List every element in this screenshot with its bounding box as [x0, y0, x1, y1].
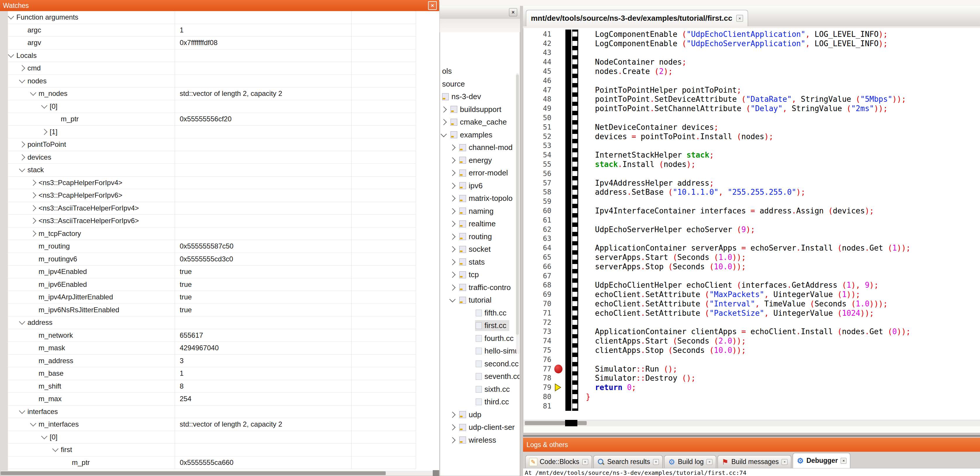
- watch-row[interactable]: m_address3: [8, 355, 416, 367]
- marker-margin[interactable]: [553, 355, 565, 364]
- marker-margin[interactable]: [553, 299, 565, 308]
- tree-item-ns-3-dev[interactable]: ns-3-dev: [440, 90, 520, 103]
- chevron-right-icon[interactable]: [30, 230, 36, 236]
- line-number[interactable]: 63: [523, 235, 553, 243]
- watch-row[interactable]: m_ptr0x55555556cf20: [8, 113, 416, 126]
- marker-margin[interactable]: [553, 48, 565, 58]
- tree-item-fourth-cc[interactable]: fourth.cc: [440, 332, 520, 345]
- editor-tab-first-cc[interactable]: mnt/dev/tools/source/ns-3-dev/examples/t…: [526, 10, 748, 26]
- marker-margin[interactable]: [553, 123, 565, 132]
- tree-item-ipv6[interactable]: ipv6: [440, 179, 520, 192]
- line-number[interactable]: 77: [523, 365, 553, 373]
- close-icon[interactable]: ×: [736, 15, 743, 22]
- tree-item-third-cc[interactable]: third.cc: [440, 396, 520, 409]
- marker-margin[interactable]: [553, 373, 565, 383]
- chevron-right-icon[interactable]: [449, 208, 455, 214]
- chevron-right-icon[interactable]: [449, 259, 455, 265]
- marker-margin[interactable]: [553, 252, 565, 262]
- tree-item-channel-mod[interactable]: channel-mod: [440, 141, 520, 154]
- line-number[interactable]: 53: [523, 142, 553, 150]
- line-number[interactable]: 51: [523, 123, 553, 131]
- chevron-down-icon[interactable]: [19, 166, 25, 172]
- chevron-down-icon[interactable]: [19, 77, 25, 83]
- chevron-down-icon[interactable]: [19, 319, 25, 325]
- chevron-right-icon[interactable]: [30, 205, 36, 211]
- tree-item-traffic-contro[interactable]: traffic-contro: [440, 281, 520, 294]
- chevron-right-icon[interactable]: [449, 183, 455, 189]
- tree-item-energy[interactable]: energy: [440, 154, 520, 167]
- line-number[interactable]: 54: [523, 151, 553, 159]
- chevron-down-icon[interactable]: [449, 296, 455, 302]
- project-tree[interactable]: olssourcens-3-devbuildsupportcmake_cache…: [440, 32, 520, 476]
- projects-panel-header[interactable]: ×: [440, 6, 520, 19]
- code-editor[interactable]: 41 LogComponentEnable ("UdpEchoClientApp…: [523, 28, 980, 420]
- watch-row[interactable]: <ns3::AsciiTraceHelperForIpv4>: [8, 202, 416, 215]
- line-number[interactable]: 79: [523, 383, 553, 391]
- tree-item-source[interactable]: source: [440, 78, 520, 91]
- close-icon[interactable]: ×: [509, 8, 517, 16]
- line-number[interactable]: 45: [523, 67, 553, 75]
- tree-item-naming[interactable]: naming: [440, 205, 520, 218]
- watch-row[interactable]: argc1: [8, 24, 416, 37]
- chevron-down-icon[interactable]: [19, 407, 25, 414]
- line-number[interactable]: 43: [523, 48, 553, 57]
- marker-margin[interactable]: [553, 160, 565, 169]
- marker-margin[interactable]: [553, 290, 565, 299]
- line-number[interactable]: 71: [523, 309, 553, 317]
- chevron-down-icon[interactable]: [441, 131, 447, 137]
- line-number[interactable]: 50: [523, 114, 553, 122]
- line-number[interactable]: 52: [523, 133, 553, 141]
- close-icon[interactable]: ×: [582, 459, 588, 465]
- line-number[interactable]: 69: [523, 290, 553, 299]
- chevron-right-icon[interactable]: [449, 246, 455, 252]
- marker-margin[interactable]: [553, 95, 565, 104]
- tree-item-first-cc[interactable]: first.cc: [440, 319, 520, 332]
- watch-row[interactable]: interfaces: [8, 406, 416, 418]
- marker-margin[interactable]: [553, 141, 565, 150]
- close-icon[interactable]: ×: [653, 459, 659, 465]
- close-icon[interactable]: ×: [706, 459, 712, 465]
- editor-scrollbar-thumb[interactable]: [525, 421, 587, 425]
- line-number[interactable]: 65: [523, 253, 553, 261]
- marker-margin[interactable]: [553, 281, 565, 290]
- line-number[interactable]: 60: [523, 207, 553, 215]
- marker-margin[interactable]: [553, 206, 565, 216]
- marker-margin[interactable]: [553, 318, 565, 327]
- tree-item-buildsupport[interactable]: buildsupport: [440, 103, 520, 116]
- line-number[interactable]: 58: [523, 188, 553, 196]
- tree-item-sixth-cc[interactable]: sixth.cc: [440, 383, 520, 396]
- marker-margin[interactable]: [553, 327, 565, 337]
- chevron-right-icon[interactable]: [449, 272, 455, 278]
- chevron-right-icon[interactable]: [30, 218, 36, 224]
- marker-margin[interactable]: [553, 272, 565, 281]
- tree-item-stats[interactable]: stats: [440, 256, 520, 269]
- marker-margin[interactable]: [553, 30, 565, 39]
- watch-row[interactable]: <ns3::PcapHelperForIpv4>: [8, 177, 416, 190]
- line-number[interactable]: 47: [523, 86, 553, 94]
- line-number[interactable]: 73: [523, 327, 553, 335]
- watch-row[interactable]: m_tcpFactory: [8, 227, 416, 240]
- line-number[interactable]: 49: [523, 104, 553, 113]
- watch-row[interactable]: address: [8, 316, 416, 329]
- tree-item-second-cc[interactable]: second.cc: [440, 358, 520, 371]
- chevron-down-icon[interactable]: [41, 433, 47, 439]
- close-icon[interactable]: ×: [428, 1, 437, 10]
- tree-item-tutorial[interactable]: tutorial: [440, 294, 520, 307]
- marker-margin[interactable]: [553, 216, 565, 225]
- line-number[interactable]: 44: [523, 58, 553, 66]
- marker-margin[interactable]: [553, 336, 565, 346]
- tree-item-wireless[interactable]: wireless: [440, 434, 520, 447]
- logs-tab-debugger[interactable]: ⚙Debugger×: [793, 453, 850, 468]
- chevron-right-icon[interactable]: [449, 170, 455, 176]
- line-number[interactable]: 72: [523, 318, 553, 327]
- watch-row[interactable]: [0]: [8, 431, 416, 444]
- chevron-right-icon[interactable]: [19, 142, 25, 148]
- tree-item-socket[interactable]: socket: [440, 243, 520, 256]
- marker-margin[interactable]: [553, 67, 565, 76]
- watch-row[interactable]: nodes: [8, 75, 416, 88]
- line-number[interactable]: 64: [523, 244, 553, 252]
- marker-margin[interactable]: [553, 262, 565, 272]
- line-number[interactable]: 48: [523, 95, 553, 103]
- chevron-right-icon[interactable]: [441, 106, 447, 113]
- close-icon[interactable]: ×: [782, 459, 788, 465]
